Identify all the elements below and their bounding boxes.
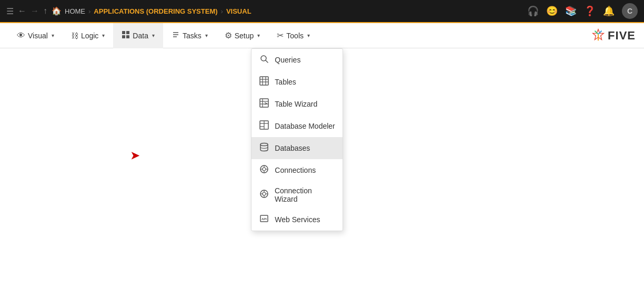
tables-label: Tables: [275, 78, 296, 86]
home-icon[interactable]: 🏠: [52, 6, 62, 16]
nav-item-logic[interactable]: ⛓ Logic ▾: [63, 23, 113, 48]
up-icon[interactable]: ↑: [43, 6, 47, 16]
nav-label-data: Data: [133, 32, 148, 40]
svg-point-19: [260, 143, 268, 146]
navbar: 👁 Visual ▾ ⛓ Logic ▾ Data ▾: [0, 23, 644, 48]
logic-icon: ⛓: [71, 32, 78, 40]
topbar: ☰ ← → ↑ 🏠 HOME › APPLICATIONS (ORDERING …: [0, 0, 644, 23]
nav-label-tasks: Tasks: [183, 32, 202, 40]
nav-item-visual[interactable]: 👁 Visual ▾: [8, 23, 63, 48]
svg-rect-1: [126, 31, 129, 34]
nav-label-setup: Setup: [235, 32, 254, 40]
library-icon[interactable]: 📚: [565, 5, 577, 17]
dropdown-item-web-services[interactable]: API Web Services: [251, 209, 343, 231]
table-wizard-icon: [259, 98, 269, 110]
table-wizard-label: Table Wizard: [275, 100, 317, 108]
svg-rect-3: [126, 35, 129, 38]
svg-rect-2: [122, 35, 125, 38]
dropdown-item-tables[interactable]: Tables: [251, 71, 343, 93]
dropdown-item-database-modeler[interactable]: Database Modeler: [251, 115, 343, 137]
tools-icon: ✂: [277, 30, 284, 40]
svg-point-27: [263, 192, 266, 195]
database-modeler-label: Database Modeler: [275, 122, 335, 130]
tasks-arrow-icon: ▾: [205, 33, 208, 38]
breadcrumb-home[interactable]: HOME: [65, 7, 85, 15]
connections-icon: [259, 164, 269, 176]
chat-icon[interactable]: 😊: [546, 5, 558, 17]
nav-label-visual: Visual: [28, 32, 48, 40]
dropdown-item-connection-wizard[interactable]: Connection Wizard: [251, 181, 343, 209]
breadcrumb-app[interactable]: APPLICATIONS (ORDERING SYSTEM): [94, 7, 217, 15]
breadcrumb: 🏠 HOME › APPLICATIONS (ORDERING SYSTEM) …: [52, 6, 251, 16]
nav-item-data[interactable]: Data ▾ Queries: [113, 23, 163, 48]
five-logo: FIVE: [591, 28, 636, 43]
setup-arrow-icon: ▾: [257, 33, 260, 38]
web-services-icon: API: [259, 214, 269, 225]
data-icon: [122, 30, 130, 41]
breadcrumb-visual[interactable]: VISUAL: [226, 7, 251, 15]
nav-item-tools[interactable]: ✂ Tools ▾: [268, 23, 318, 48]
setup-icon: ⚙: [225, 30, 232, 40]
svg-rect-0: [122, 31, 125, 34]
nav-label-tools: Tools: [286, 32, 304, 40]
databases-icon: [259, 142, 269, 154]
breadcrumb-sep2: ›: [221, 7, 223, 15]
five-logo-icon: [591, 28, 606, 43]
dropdown-item-queries[interactable]: Queries: [251, 49, 343, 71]
tools-arrow-icon: ▾: [307, 33, 310, 38]
nav-item-setup[interactable]: ⚙ Setup ▾: [216, 23, 269, 48]
data-dropdown: Queries Tables: [251, 48, 343, 231]
svg-text:API: API: [261, 217, 267, 221]
hamburger-icon[interactable]: ☰: [6, 6, 14, 16]
svg-point-21: [263, 168, 266, 171]
svg-line-5: [266, 60, 268, 63]
dropdown-item-table-wizard[interactable]: Table Wizard: [251, 93, 343, 115]
nav-label-logic: Logic: [81, 32, 98, 40]
back-icon[interactable]: ←: [18, 6, 26, 16]
notification-icon[interactable]: 🔔: [603, 5, 615, 17]
database-modeler-icon: [259, 120, 269, 132]
queries-icon: [259, 54, 269, 66]
connections-label: Connections: [275, 166, 316, 174]
topbar-right: 🎧 😊 📚 ❓ 🔔 C: [527, 3, 638, 19]
forward-icon[interactable]: →: [31, 6, 39, 16]
nav-item-tasks[interactable]: Tasks ▾: [163, 23, 216, 48]
breadcrumb-sep1: ›: [88, 7, 90, 15]
avatar[interactable]: C: [622, 3, 638, 19]
visual-arrow-icon: ▾: [52, 33, 54, 38]
svg-rect-11: [260, 99, 268, 107]
help-icon[interactable]: ❓: [584, 5, 596, 17]
connection-wizard-icon: [259, 189, 269, 201]
topbar-left: ☰ ← → ↑ 🏠 HOME › APPLICATIONS (ORDERING …: [6, 6, 251, 16]
support-icon[interactable]: 🎧: [527, 5, 539, 17]
svg-rect-6: [260, 77, 268, 85]
tables-icon: [259, 76, 269, 88]
web-services-label: Web Services: [275, 215, 320, 224]
databases-label: Databases: [275, 144, 310, 152]
dropdown-item-databases[interactable]: Databases: [251, 137, 343, 159]
dropdown-item-connections[interactable]: Connections: [251, 159, 343, 181]
logic-arrow-icon: ▾: [102, 33, 105, 38]
five-logo-text: FIVE: [608, 29, 636, 43]
queries-label: Queries: [275, 56, 300, 64]
visual-icon: 👁: [17, 31, 25, 40]
connection-wizard-label: Connection Wizard: [275, 186, 335, 203]
data-arrow-icon: ▾: [152, 33, 155, 38]
tasks-icon: [172, 30, 180, 41]
